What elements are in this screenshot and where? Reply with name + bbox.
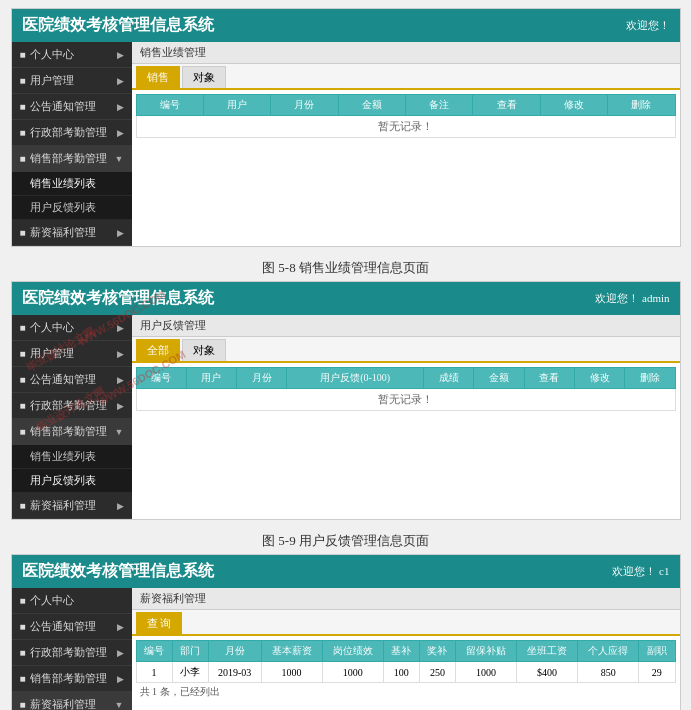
- th-score-2: 成绩: [424, 368, 474, 389]
- sidebar-item-notice-3[interactable]: ■公告通知管理 ▶: [12, 614, 132, 640]
- th-view-2: 查看: [524, 368, 574, 389]
- main-content-3: 薪资福利管理 查 询 编号 部门 月份 基本薪资 岗位绩效: [132, 588, 680, 710]
- sales-icon-3: ■: [20, 673, 26, 684]
- th-del-2: 删除: [625, 368, 675, 389]
- data-table-2: 编号 用户 月份 用户反馈(0-100) 成绩 金额 查看 修改 删除: [136, 367, 676, 411]
- sidebar-item-salary-2[interactable]: ■薪资福利管理 ▶: [12, 493, 132, 519]
- tab-all-2[interactable]: 全部: [136, 339, 180, 361]
- arrow-3-1: ▶: [117, 622, 124, 632]
- th-no-3: 编号: [136, 641, 172, 662]
- panel-3: 医院绩效考核管理信息系统 欢迎您！ c1 ■个人中心 ■公告通知管理 ▶ ■行政…: [11, 554, 681, 710]
- welcome-text-2: 欢迎您！ admin: [595, 291, 669, 306]
- sidebar-item-admin-3[interactable]: ■行政部考勤管理 ▶: [12, 640, 132, 666]
- sidebar-item-personal-3[interactable]: ■个人中心: [12, 588, 132, 614]
- system-header-2: 医院绩效考核管理信息系统 欢迎您！ admin: [12, 282, 680, 315]
- admin-icon-2: ■: [20, 400, 26, 411]
- notice-icon-2: ■: [20, 374, 26, 385]
- sidebar-item-admin-1[interactable]: ■行政部考勤管理 ▶: [12, 120, 132, 146]
- system-title-1: 医院绩效考核管理信息系统: [22, 15, 214, 36]
- sidebar-2: ■个人中心 ▶ ■用户管理 ▶ ■公告通知管理 ▶ ■行政部考勤管理 ▶ ■销售…: [12, 315, 132, 519]
- sidebar-item-sales-1[interactable]: ■销售部考勤管理 ▼: [12, 146, 132, 172]
- arrow-2-3: ▶: [117, 375, 124, 385]
- arrow-2-6: ▶: [117, 501, 124, 511]
- sidebar-item-admin-2[interactable]: ■行政部考勤管理 ▶: [12, 393, 132, 419]
- sidebar-item-salary-3[interactable]: ■薪资福利管理 ▼: [12, 692, 132, 710]
- sidebar-sub-item-perf-1[interactable]: 销售业绩列表: [12, 172, 132, 196]
- table-row-3-1: 1 小李 2019-03 1000 1000 100 250 1000 $400…: [136, 662, 675, 683]
- system-title-3: 医院绩效考核管理信息系统: [22, 561, 214, 582]
- cell-dep-3-1: 29: [639, 662, 675, 683]
- cell-ret-3-1: 1000: [456, 662, 517, 683]
- main-content-1: 销售业绩管理 销售 对象 编号 用户 月份 金额 备注: [132, 42, 680, 246]
- sidebar-item-sales-2[interactable]: ■销售部考勤管理 ▼: [12, 419, 132, 445]
- th-user-1: 用户: [203, 95, 270, 116]
- th-bonus-3: 奖补: [419, 641, 455, 662]
- tab-bar-3: 查 询: [132, 610, 680, 636]
- fig-caption-1: 图 5-8 销售业绩管理信息页面: [0, 253, 691, 281]
- sidebar-item-notice-2[interactable]: ■公告通知管理 ▶: [12, 367, 132, 393]
- panel-body-1: ■个人中心 ▶ ■用户管理 ▶ ■公告通知管理 ▶ ■行政部考勤管理 ▶ ■销售…: [12, 42, 680, 246]
- tab-sales-1[interactable]: 销售: [136, 66, 180, 88]
- data-table-1: 编号 用户 月份 金额 备注 查看 修改 删除: [136, 94, 676, 138]
- welcome-text-1: 欢迎您！: [626, 18, 670, 33]
- notice-icon-1: ■: [20, 101, 26, 112]
- panel-body-2: ■个人中心 ▶ ■用户管理 ▶ ■公告通知管理 ▶ ■行政部考勤管理 ▶ ■销售…: [12, 315, 680, 519]
- breadcrumb-1: 销售业绩管理: [132, 42, 680, 64]
- th-basepay-3: 基本薪资: [261, 641, 322, 662]
- th-subsidy-3: 基补: [383, 641, 419, 662]
- th-del-1: 删除: [608, 95, 675, 116]
- notice-icon-3: ■: [20, 621, 26, 632]
- user-icon-1: ■: [20, 75, 26, 86]
- th-view-1: 查看: [473, 95, 540, 116]
- system-header-3: 医院绩效考核管理信息系统 欢迎您！ c1: [12, 555, 680, 588]
- arrow-2-5: ▼: [115, 427, 124, 437]
- sidebar-sub-item-feedback-2[interactable]: 用户反馈列表: [12, 469, 132, 493]
- arrow-1: ▶: [117, 50, 124, 60]
- panel-1: 医院绩效考核管理信息系统 欢迎您！ ■个人中心 ▶ ■用户管理 ▶ ■公告通知管…: [11, 8, 681, 247]
- th-month-1: 月份: [271, 95, 338, 116]
- main-content-2: 用户反馈管理 全部 对象 编号 用户 月份 用户反馈(0-100): [132, 315, 680, 519]
- tab-obj-2[interactable]: 对象: [182, 339, 226, 361]
- cell-perf-3-1: 1000: [322, 662, 383, 683]
- th-amount-2: 金额: [474, 368, 524, 389]
- fig-caption-2: 图 5-9 用户反馈管理信息页面: [0, 526, 691, 554]
- th-amount-1: 金额: [338, 95, 405, 116]
- admin-icon-1: ■: [20, 127, 26, 138]
- arrow-3-4: ▼: [115, 700, 124, 710]
- arrow-3: ▶: [117, 102, 124, 112]
- sidebar-item-salary-1[interactable]: ■薪资福利管理 ▶: [12, 220, 132, 246]
- cell-sit-3-1: $400: [517, 662, 578, 683]
- sidebar-item-personal-2[interactable]: ■个人中心 ▶: [12, 315, 132, 341]
- personal-icon-1: ■: [20, 49, 26, 60]
- screenshot-container: 医院绩效考核管理信息系统 欢迎您！ ■个人中心 ▶ ■用户管理 ▶ ■公告通知管…: [0, 0, 691, 710]
- no-record-2: 暂无记录！: [136, 389, 675, 411]
- th-month-3: 月份: [208, 641, 261, 662]
- th-sitpay-3: 坐班工资: [517, 641, 578, 662]
- sidebar-item-notice-1[interactable]: ■公告通知管理 ▶: [12, 94, 132, 120]
- sidebar-item-sales-3[interactable]: ■销售部考勤管理 ▶: [12, 666, 132, 692]
- arrow-5: ▼: [115, 154, 124, 164]
- cell-base-3-1: 1000: [261, 662, 322, 683]
- personal-icon-2: ■: [20, 322, 26, 333]
- admin-icon-3: ■: [20, 647, 26, 658]
- sidebar-sub-item-perf-2[interactable]: 销售业绩列表: [12, 445, 132, 469]
- th-perf-3: 岗位绩效: [322, 641, 383, 662]
- tab-obj-1[interactable]: 对象: [182, 66, 226, 88]
- th-user-2: 用户: [186, 368, 236, 389]
- sidebar-sub-item-feedback-1[interactable]: 用户反馈列表: [12, 196, 132, 220]
- tab-query-3[interactable]: 查 询: [136, 612, 183, 634]
- panel-body-3: ■个人中心 ■公告通知管理 ▶ ■行政部考勤管理 ▶ ■销售部考勤管理 ▶ ■薪…: [12, 588, 680, 710]
- sidebar-item-personal-1[interactable]: ■个人中心 ▶: [12, 42, 132, 68]
- sidebar-item-user-1[interactable]: ■用户管理 ▶: [12, 68, 132, 94]
- cell-sub-3-1: 100: [383, 662, 419, 683]
- arrow-3-3: ▶: [117, 674, 124, 684]
- th-month-2: 月份: [237, 368, 287, 389]
- th-remark-1: 备注: [406, 95, 473, 116]
- salary-icon-1: ■: [20, 227, 26, 238]
- cell-per-3-1: 850: [578, 662, 639, 683]
- arrow-2-2: ▶: [117, 349, 124, 359]
- sidebar-item-user-2[interactable]: ■用户管理 ▶: [12, 341, 132, 367]
- th-personal-3: 个人应得: [578, 641, 639, 662]
- no-record-1: 暂无记录！: [136, 116, 675, 138]
- arrow-6: ▶: [117, 228, 124, 238]
